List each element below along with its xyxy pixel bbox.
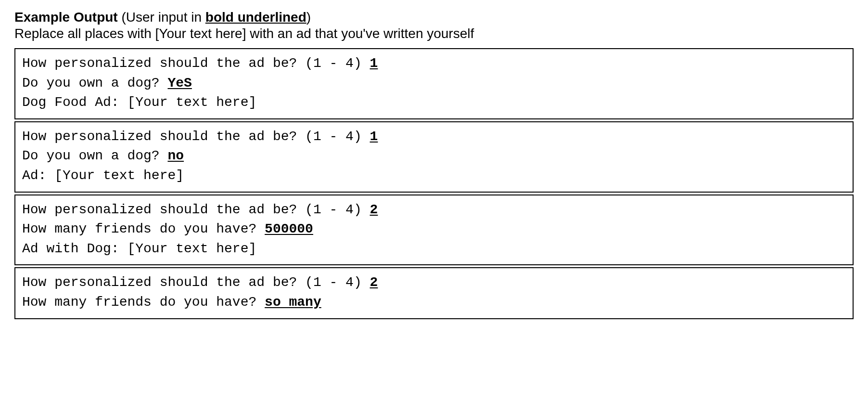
example-box-1: How personalized should the ad be? (1 - …	[14, 48, 854, 119]
example-line: Ad: [Your text here]	[22, 166, 846, 186]
prompt-text: How personalized should the ad be? (1 - …	[22, 56, 370, 71]
example-line: How personalized should the ad be? (1 - …	[22, 200, 846, 220]
example-line: Ad with Dog: [Your text here]	[22, 239, 846, 259]
example-box-3: How personalized should the ad be? (1 - …	[14, 195, 854, 266]
user-input: 1	[370, 129, 378, 144]
user-input: 1	[370, 56, 378, 71]
prompt-text: How personalized should the ad be? (1 - …	[22, 129, 370, 144]
user-input: 2	[370, 202, 378, 217]
heading-rest-after: )	[306, 10, 311, 25]
heading-rest-before: (User input in	[118, 10, 205, 25]
prompt-text: Ad with Dog: [Your text here]	[22, 241, 256, 256]
example-box-4: How personalized should the ad be? (1 - …	[14, 267, 854, 319]
prompt-text: Dog Food Ad: [Your text here]	[22, 95, 256, 110]
prompt-text: How many friends do you have?	[22, 221, 265, 236]
prompt-text: Ad: [Your text here]	[22, 168, 184, 183]
user-input: so many	[265, 295, 321, 310]
example-line: Do you own a dog? no	[22, 146, 846, 166]
user-input: no	[167, 148, 184, 163]
prompt-text: How personalized should the ad be? (1 - …	[22, 275, 370, 290]
user-input: 500000	[265, 221, 313, 236]
user-input: YeS	[167, 76, 191, 91]
instruction-text: Replace all places with [Your text here]…	[14, 26, 854, 41]
heading-bold: Example Output	[14, 10, 118, 25]
example-line: How many friends do you have? 500000	[22, 220, 846, 239]
heading-styled-phrase: bold underlined	[205, 10, 306, 25]
example-line: How personalized should the ad be? (1 - …	[22, 127, 846, 147]
example-line: How personalized should the ad be? (1 - …	[22, 54, 846, 74]
examples-container: How personalized should the ad be? (1 - …	[14, 48, 854, 319]
user-input: 2	[370, 275, 378, 290]
example-box-2: How personalized should the ad be? (1 - …	[14, 121, 854, 193]
prompt-text: How personalized should the ad be? (1 - …	[22, 202, 370, 217]
example-line: How personalized should the ad be? (1 - …	[22, 273, 846, 293]
heading: Example Output (User input in bold under…	[14, 10, 854, 25]
prompt-text: Do you own a dog?	[22, 76, 167, 91]
example-line: Dog Food Ad: [Your text here]	[22, 93, 846, 113]
example-line: Do you own a dog? YeS	[22, 74, 846, 93]
prompt-text: Do you own a dog?	[22, 148, 167, 163]
example-line: How many friends do you have? so many	[22, 293, 846, 312]
prompt-text: How many friends do you have?	[22, 295, 265, 310]
